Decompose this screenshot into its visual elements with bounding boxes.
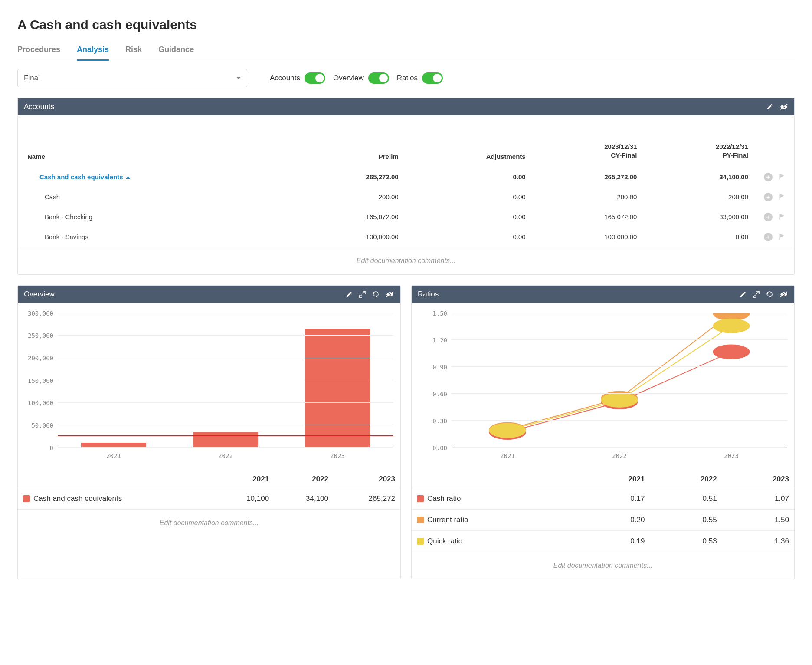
toggle-ratios[interactable]	[422, 72, 443, 84]
x-tick: 2022	[563, 452, 675, 459]
undo-icon[interactable]	[372, 291, 380, 298]
flag-icon[interactable]	[778, 213, 786, 221]
accounts-tbody: Cash and cash equivalents265,272.000.002…	[18, 167, 794, 247]
bar-slot	[170, 313, 282, 448]
y-tick: 300,000	[28, 310, 53, 317]
table-row: Cash200.000.00200.00200.00+	[18, 187, 794, 207]
bar-slot	[282, 313, 393, 448]
cell-adjustments: 0.00	[406, 207, 534, 227]
row-name: Cash	[45, 193, 60, 201]
flag-icon[interactable]	[778, 173, 786, 181]
svg-point-5	[714, 345, 748, 359]
overview-panel-actions	[346, 291, 394, 298]
add-icon[interactable]: +	[764, 193, 773, 201]
hide-icon[interactable]	[386, 291, 394, 298]
ratios-panel: Ratios 0.000.300.600.901.201.50 20212022…	[411, 285, 795, 579]
overview-edit-comments[interactable]: Edit documentation comments...	[18, 509, 400, 537]
expand-icon[interactable]	[359, 291, 366, 298]
overview-v2: 265,272	[334, 488, 400, 509]
accounts-panel-header: Accounts	[18, 98, 794, 115]
ratios-year-1: 2022	[650, 471, 722, 488]
legend-swatch	[417, 517, 424, 523]
toggle-accounts[interactable]	[304, 72, 325, 84]
flag-icon[interactable]	[778, 233, 786, 241]
hide-icon[interactable]	[779, 291, 788, 298]
overview-chart: 050,000100,000150,000200,000250,000300,0…	[18, 303, 400, 463]
grid-line	[452, 447, 787, 448]
ratios-panel-title: Ratios	[418, 290, 439, 299]
legend-swatch	[23, 495, 30, 502]
grid-line	[58, 313, 393, 313]
undo-icon[interactable]	[766, 291, 773, 298]
overview-year-1: 2022	[274, 471, 334, 488]
series-value: 1.07	[722, 488, 794, 509]
svg-point-11	[714, 319, 748, 332]
cell-adjustments: 0.00	[406, 187, 534, 207]
overview-panel-header: Overview	[18, 286, 400, 303]
cell-cy: 100,000.00	[534, 227, 645, 247]
y-tick: 100,000	[28, 399, 53, 406]
overview-panel: Overview 050,000100,000150,000200,000250…	[17, 285, 401, 579]
grid-line	[452, 313, 787, 313]
flag-icon[interactable]	[778, 193, 786, 201]
overview-panel-title: Overview	[24, 290, 55, 299]
cell-py: 200.00	[645, 187, 756, 207]
page-title: A Cash and cash equivalents	[17, 17, 795, 32]
ratios-chart: 0.000.300.600.901.201.50 202120222023	[412, 303, 794, 463]
legend-swatch	[417, 538, 424, 545]
series-value: 1.36	[722, 530, 794, 552]
edit-icon[interactable]	[346, 291, 353, 298]
toggle-overview-label: Overview	[333, 74, 364, 82]
grid-line	[58, 335, 393, 336]
ratios-panel-header: Ratios	[412, 286, 794, 303]
ratios-edit-comments[interactable]: Edit documentation comments...	[412, 552, 794, 579]
series-value: 0.55	[650, 509, 722, 530]
col-adjustments: Adjustments	[406, 115, 534, 167]
period-dropdown[interactable]: Final	[17, 69, 247, 87]
col-name: Name	[18, 115, 295, 167]
cell-cy: 165,072.00	[534, 207, 645, 227]
grid-line	[58, 358, 393, 358]
toggle-accounts-label: Accounts	[270, 74, 300, 82]
tabs: Procedures Analysis Risk Guidance	[17, 45, 795, 61]
x-tick: 2022	[170, 452, 282, 459]
table-row: Quick ratio0.190.531.36	[412, 530, 794, 552]
row-name[interactable]: Cash and cash equivalents	[39, 173, 123, 181]
overview-data-table: 2021 2022 2023 Cash and cash equivalents…	[18, 471, 400, 509]
edit-icon[interactable]	[766, 103, 773, 110]
hide-icon[interactable]	[779, 103, 788, 110]
edit-icon[interactable]	[740, 291, 747, 298]
add-icon[interactable]: +	[764, 233, 773, 241]
col-actions	[756, 115, 794, 167]
series-value: 0.19	[578, 530, 650, 552]
add-icon[interactable]: +	[764, 173, 773, 181]
col-py: 2022/12/31 PY-Final	[645, 115, 756, 167]
cell-cy: 200.00	[534, 187, 645, 207]
svg-point-10	[602, 393, 636, 407]
overview-year-0: 2021	[215, 471, 274, 488]
cell-py: 34,100.00	[645, 167, 756, 187]
cell-prelim: 200.00	[295, 187, 406, 207]
grid-line	[58, 425, 393, 425]
tab-risk[interactable]: Risk	[125, 45, 142, 61]
accounts-edit-comments[interactable]: Edit documentation comments...	[18, 247, 794, 274]
y-tick: 250,000	[28, 332, 53, 339]
series-name: Cash ratio	[427, 494, 461, 503]
chevron-up-icon[interactable]	[126, 176, 130, 179]
series-name: Quick ratio	[427, 537, 462, 545]
y-tick: 0.30	[432, 418, 447, 425]
ratios-x-labels: 202120222023	[452, 452, 787, 459]
overview-x-labels: 202120222023	[58, 452, 393, 459]
series-value: 1.50	[722, 509, 794, 530]
table-row: Bank - Checking165,072.000.00165,072.003…	[18, 207, 794, 227]
tab-guidance[interactable]: Guidance	[158, 45, 194, 61]
expand-icon[interactable]	[753, 291, 760, 298]
tab-procedures[interactable]: Procedures	[17, 45, 60, 61]
tab-analysis[interactable]: Analysis	[77, 45, 109, 61]
series-value: 0.17	[578, 488, 650, 509]
col-prelim: Prelim	[295, 115, 406, 167]
cell-prelim: 165,072.00	[295, 207, 406, 227]
add-icon[interactable]: +	[764, 213, 773, 221]
toggle-overview[interactable]	[368, 72, 389, 84]
overview-reference-line	[58, 435, 393, 436]
